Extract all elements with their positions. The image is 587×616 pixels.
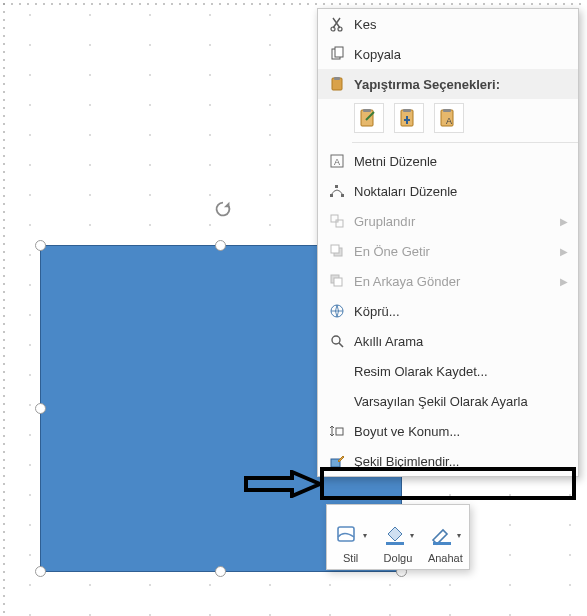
size-position-icon (324, 423, 350, 439)
menu-cut[interactable]: Kes (318, 9, 578, 39)
outline-icon: ▾ (429, 522, 461, 548)
edit-text-icon: A (324, 153, 350, 169)
menu-save-as-picture-label: Resim Olarak Kaydet... (350, 364, 572, 379)
menu-set-default-shape[interactable]: Varsayılan Şekil Olarak Ayarla (318, 386, 578, 416)
menu-cut-label: Kes (350, 17, 572, 32)
svg-rect-23 (334, 278, 342, 286)
fill-icon: ▾ (382, 522, 414, 548)
menu-paste-header: Yapıştırma Seçenekleri: (318, 69, 578, 99)
style-icon: ▾ (335, 522, 367, 548)
menu-separator (352, 142, 578, 143)
mini-style-label: Stil (343, 552, 358, 564)
paste-icon (324, 76, 350, 92)
menu-edit-points-label: Noktaları Düzenle (350, 184, 572, 199)
send-back-icon (324, 273, 350, 289)
resize-handle-top-middle[interactable] (215, 240, 226, 251)
mini-style-button[interactable]: ▾ Stil (327, 505, 374, 569)
svg-rect-15 (330, 194, 333, 197)
menu-edit-text[interactable]: A Metni Düzenle (318, 146, 578, 176)
hyperlink-icon (324, 303, 350, 319)
format-shape-icon (324, 453, 350, 469)
cut-icon (324, 16, 350, 32)
resize-handle-middle-left[interactable] (35, 403, 46, 414)
svg-rect-5 (334, 77, 340, 80)
svg-rect-16 (341, 194, 344, 197)
context-menu: Kes Kopyala Yapıştırma Seçenekleri: A A … (317, 8, 579, 477)
svg-text:A: A (334, 157, 340, 167)
submenu-caret-icon: ▶ (556, 216, 572, 227)
svg-rect-29 (386, 542, 404, 545)
resize-handle-bottom-middle[interactable] (215, 566, 226, 577)
svg-rect-3 (335, 47, 343, 57)
menu-size-position[interactable]: Boyut ve Konum... (318, 416, 578, 446)
menu-format-shape[interactable]: Şekil Biçimlendir... (318, 446, 578, 476)
resize-handle-top-left[interactable] (35, 240, 46, 251)
svg-rect-9 (403, 109, 411, 112)
menu-copy[interactable]: Kopyala (318, 39, 578, 69)
menu-bring-front-label: En Öne Getir (350, 244, 556, 259)
paste-option-picture[interactable]: A (434, 103, 464, 133)
copy-icon (324, 46, 350, 62)
resize-handle-bottom-left[interactable] (35, 566, 46, 577)
annotation-arrow (244, 470, 322, 498)
menu-edit-points[interactable]: Noktaları Düzenle (318, 176, 578, 206)
svg-rect-11 (443, 109, 451, 112)
mini-outline-button[interactable]: ▾ Anahat (422, 505, 469, 569)
paste-options-row: A (318, 99, 578, 139)
menu-bring-front: En Öne Getir ▶ (318, 236, 578, 266)
mini-fill-label: Dolgu (384, 552, 413, 564)
search-icon (324, 333, 350, 349)
mini-toolbar: ▾ Stil ▾ Dolgu ▾ Anahat (326, 504, 470, 570)
ruler-left (0, 0, 10, 616)
svg-point-25 (332, 336, 340, 344)
svg-text:A: A (446, 116, 452, 126)
menu-size-position-label: Boyut ve Konum... (350, 424, 572, 439)
menu-smart-lookup[interactable]: Akıllı Arama (318, 326, 578, 356)
svg-rect-19 (336, 220, 343, 227)
menu-format-shape-label: Şekil Biçimlendir... (350, 454, 572, 469)
menu-hyperlink[interactable]: Köprü... (318, 296, 578, 326)
menu-smart-lookup-label: Akıllı Arama (350, 334, 572, 349)
menu-edit-text-label: Metni Düzenle (350, 154, 572, 169)
menu-group-label: Gruplandır (350, 214, 556, 229)
edit-points-icon (324, 183, 350, 199)
svg-rect-17 (335, 185, 338, 188)
menu-group: Gruplandır ▶ (318, 206, 578, 236)
paste-option-keep-source[interactable] (394, 103, 424, 133)
menu-paste-header-label: Yapıştırma Seçenekleri: (350, 77, 572, 92)
menu-send-back-label: En Arkaya Gönder (350, 274, 556, 289)
submenu-caret-icon: ▶ (556, 246, 572, 257)
paste-option-use-destination-theme[interactable] (354, 103, 384, 133)
mini-fill-button[interactable]: ▾ Dolgu (374, 505, 421, 569)
rotate-handle[interactable] (212, 198, 234, 220)
menu-set-default-shape-label: Varsayılan Şekil Olarak Ayarla (350, 394, 572, 409)
menu-copy-label: Kopyala (350, 47, 572, 62)
svg-rect-7 (363, 109, 371, 112)
svg-rect-26 (336, 428, 343, 435)
svg-rect-30 (433, 542, 451, 545)
svg-rect-21 (331, 245, 339, 253)
menu-send-back: En Arkaya Gönder ▶ (318, 266, 578, 296)
svg-rect-18 (331, 215, 338, 222)
mini-outline-label: Anahat (428, 552, 463, 564)
menu-hyperlink-label: Köprü... (350, 304, 572, 319)
bring-front-icon (324, 243, 350, 259)
group-icon (324, 213, 350, 229)
menu-save-as-picture[interactable]: Resim Olarak Kaydet... (318, 356, 578, 386)
submenu-caret-icon: ▶ (556, 276, 572, 287)
